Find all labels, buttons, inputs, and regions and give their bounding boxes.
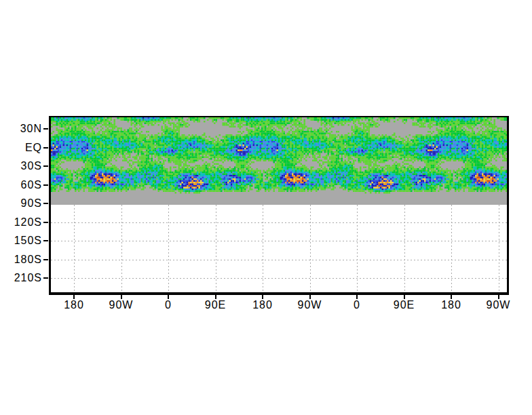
y-tick-mark [43, 259, 48, 260]
x-tick-label: 180 [241, 299, 284, 311]
gridline-vertical [451, 205, 452, 292]
y-tick-mark [43, 147, 48, 149]
x-tick-label: 90W [477, 299, 520, 311]
gridline-horizontal [51, 241, 507, 241]
x-tick-label: 180 [52, 299, 96, 311]
y-tick-label: EQ [0, 142, 42, 154]
y-tick-label: 210S [0, 272, 42, 284]
y-tick-mark [43, 222, 48, 223]
x-tick-label: 180 [430, 299, 473, 311]
plot-frame [49, 116, 509, 295]
gridline-vertical [168, 205, 169, 292]
x-tick-label: 0 [147, 299, 190, 311]
y-tick-mark [43, 240, 48, 241]
gridline-vertical [404, 205, 405, 292]
field-heatmap [51, 117, 507, 205]
figure: 30NEQ30S60S90S120S150S180S210S18090W090E… [0, 0, 532, 415]
gridline-horizontal [51, 278, 507, 279]
gridline-vertical [216, 205, 216, 292]
y-tick-label: 60S [0, 179, 42, 191]
y-tick-mark [43, 165, 48, 167]
gridline-horizontal [51, 222, 507, 223]
gridline-vertical [357, 205, 358, 292]
gridline-vertical [499, 205, 499, 292]
x-tick-label: 90E [194, 299, 238, 311]
y-tick-label: 30S [0, 160, 42, 172]
gridline-horizontal [51, 260, 507, 260]
y-tick-label: 90S [0, 197, 42, 210]
y-tick-mark [43, 128, 48, 130]
y-tick-label: 150S [0, 235, 42, 247]
x-tick-label: 90W [288, 299, 332, 311]
y-tick-mark [43, 203, 48, 204]
x-tick-label: 90W [100, 299, 143, 311]
x-tick-label: 90E [383, 299, 426, 311]
y-tick-label: 120S [0, 216, 42, 229]
gridline-vertical [263, 205, 263, 292]
y-tick-mark [43, 184, 48, 186]
y-tick-mark [43, 277, 48, 279]
x-tick-label: 0 [335, 299, 379, 311]
y-tick-label: 30N [0, 123, 42, 135]
gridline-vertical [310, 205, 311, 292]
y-tick-label: 180S [0, 254, 42, 266]
gridline-vertical [121, 205, 122, 292]
gridline-vertical [74, 205, 75, 292]
